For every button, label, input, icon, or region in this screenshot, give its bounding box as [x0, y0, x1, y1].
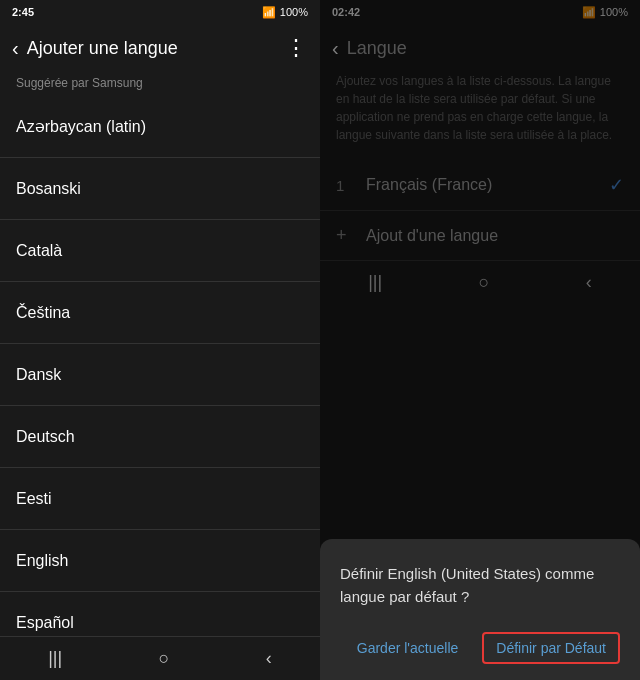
lang-item-dansk[interactable]: Dansk — [0, 344, 320, 406]
left-recent-btn[interactable]: ||| — [48, 648, 62, 669]
left-top-bar: ‹ Ajouter une langue ⋮ — [0, 24, 320, 72]
lang-item-cestina[interactable]: Čeština — [0, 282, 320, 344]
lang-name-cestina: Čeština — [16, 304, 70, 322]
left-header-left: ‹ Ajouter une langue — [12, 37, 178, 60]
lang-name-eesti: Eesti — [16, 490, 52, 508]
left-back-icon[interactable]: ‹ — [12, 37, 19, 60]
left-panel: 2:45 📶 100% ‹ Ajouter une langue ⋮ Suggé… — [0, 0, 320, 680]
dialog-box: Définir English (United States) comme la… — [320, 539, 640, 680]
left-page-title: Ajouter une langue — [27, 38, 178, 59]
dialog-overlay: Définir English (United States) comme la… — [320, 0, 640, 680]
left-more-icon[interactable]: ⋮ — [285, 35, 308, 61]
lang-item-espanol[interactable]: Español — [0, 592, 320, 636]
lang-item-bosanski[interactable]: Bosanski — [0, 158, 320, 220]
left-battery: 100% — [280, 6, 308, 18]
lang-item-deutsch[interactable]: Deutsch — [0, 406, 320, 468]
section-label: Suggérée par Samsung — [0, 72, 320, 96]
keep-button[interactable]: Garder l'actuelle — [349, 632, 467, 664]
lang-name-azerbaycan: Azərbaycan (latin) — [16, 117, 146, 136]
left-time: 2:45 — [12, 6, 34, 18]
set-default-button[interactable]: Définir par Défaut — [482, 632, 620, 664]
left-home-btn[interactable]: ○ — [159, 648, 170, 669]
lang-item-english[interactable]: English — [0, 530, 320, 592]
lang-item-catala[interactable]: Català — [0, 220, 320, 282]
dialog-buttons: Garder l'actuelle Définir par Défaut — [340, 632, 620, 664]
left-bottom-nav: ||| ○ ‹ — [0, 636, 320, 680]
lang-name-deutsch: Deutsch — [16, 428, 75, 446]
lang-item-eesti[interactable]: Eesti — [0, 468, 320, 530]
lang-name-bosanski: Bosanski — [16, 180, 81, 198]
dialog-message: Définir English (United States) comme la… — [340, 563, 620, 608]
lang-item-azerbaycan[interactable]: Azərbaycan (latin) — [0, 96, 320, 158]
lang-name-english: English — [16, 552, 68, 570]
language-list: Azərbaycan (latin) Bosanski Català Češti… — [0, 96, 320, 636]
lang-name-dansk: Dansk — [16, 366, 61, 384]
left-signal-icon: 📶 — [262, 6, 276, 19]
left-status-icons: 📶 100% — [262, 6, 308, 19]
right-panel: 02:42 📶 100% ‹ Langue Ajoutez vos langue… — [320, 0, 640, 680]
left-back-btn[interactable]: ‹ — [266, 648, 272, 669]
left-status-bar: 2:45 📶 100% — [0, 0, 320, 24]
lang-name-espanol: Español — [16, 614, 74, 632]
lang-name-catala: Català — [16, 242, 62, 260]
